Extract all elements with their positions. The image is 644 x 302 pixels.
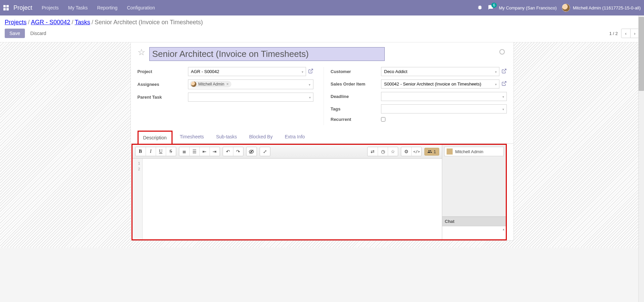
remove-tag-icon[interactable]: × [226, 82, 229, 87]
collaborator-item: Mitchell Admin [444, 147, 504, 156]
description-editor[interactable] [143, 159, 442, 239]
strikethrough-button[interactable]: S [166, 147, 176, 156]
customer-label: Customer [331, 69, 381, 74]
tab-extra-info[interactable]: Extra Info [280, 131, 310, 143]
pager-text: 1 / 2 [609, 31, 618, 36]
sales-order-label: Sales Order Item [331, 81, 381, 87]
italic-button[interactable]: I [146, 147, 156, 156]
task-title-input[interactable] [149, 47, 385, 61]
deadline-label: Deadline [331, 94, 381, 99]
menu-reporting[interactable]: Reporting [97, 5, 118, 10]
save-button[interactable]: Save [5, 29, 25, 38]
kanban-state-icon[interactable] [499, 49, 505, 55]
caret-up-icon: ▴ [503, 227, 504, 231]
bug-icon[interactable] [477, 5, 483, 11]
undo-button[interactable]: ↶ [223, 147, 233, 156]
outdent-button[interactable]: ⇤ [199, 147, 210, 156]
chat-icon[interactable]: 6 [488, 5, 493, 11]
line-gutter: 1 2 [132, 159, 143, 239]
recurrent-checkbox[interactable] [381, 117, 385, 122]
tab-timesheets[interactable]: Timesheets [175, 131, 209, 143]
collaborators-button[interactable]: 1 [424, 148, 439, 156]
project-input[interactable] [188, 67, 306, 76]
chat-header[interactable]: Chat [442, 216, 506, 226]
breadcrumb-projects[interactable]: Projects [5, 19, 27, 26]
scrollbar-thumb[interactable] [639, 17, 644, 91]
chat-body[interactable]: ▴ [442, 226, 506, 239]
star-icon[interactable]: ☆ [388, 147, 398, 156]
pager-prev[interactable]: ‹ [621, 29, 630, 38]
user-name: Mitchell Admin (11617725-15-0-all) [573, 5, 641, 10]
avatar-icon [191, 81, 196, 87]
assignee-name: Mitchell Admin [198, 82, 224, 87]
assignee-tag[interactable]: Mitchell Admin × [190, 81, 231, 88]
tags-input[interactable] [381, 104, 507, 113]
parent-task-input[interactable] [188, 93, 314, 102]
apps-icon[interactable] [3, 5, 9, 10]
menu-my-tasks[interactable]: My Tasks [68, 5, 88, 10]
deadline-input[interactable] [381, 92, 507, 101]
chat-badge: 6 [491, 3, 497, 8]
app-title: Project [13, 4, 32, 11]
external-link-icon[interactable] [501, 68, 507, 75]
breadcrumb-tasks[interactable]: Tasks [75, 19, 90, 26]
tags-label: Tags [331, 106, 381, 111]
assignees-label: Assignees [138, 82, 188, 87]
redo-button[interactable]: ↷ [233, 147, 243, 156]
ordered-list-button[interactable]: ≣ [179, 147, 189, 156]
menu-configuration[interactable]: Configuration [127, 5, 155, 10]
customer-input[interactable] [381, 67, 499, 76]
unordered-list-button[interactable]: ☰ [189, 147, 199, 156]
user-color-icon [447, 148, 453, 155]
underline-button[interactable]: U [156, 147, 166, 156]
menu-projects[interactable]: Projects [42, 5, 59, 10]
bold-button[interactable]: B [136, 147, 146, 156]
favorite-star-icon[interactable]: ☆ [138, 47, 145, 58]
swap-icon[interactable]: ⇄ [368, 147, 378, 156]
indent-button[interactable]: ⇥ [210, 147, 220, 156]
clock-icon[interactable]: ◷ [378, 147, 388, 156]
tab-description[interactable]: Description [138, 131, 173, 144]
project-label: Project [138, 69, 188, 74]
breadcrumb: Projects/ AGR - S00042/ Tasks/ Senior Ar… [5, 19, 203, 26]
tab-subtasks[interactable]: Sub-tasks [211, 131, 241, 143]
parent-task-label: Parent Task [138, 95, 188, 100]
avatar [562, 4, 570, 12]
tab-blocked-by[interactable]: Blocked By [244, 131, 277, 143]
collab-count: 1 [433, 149, 436, 154]
user-menu[interactable]: Mitchell Admin (11617725-15-0-all) [562, 4, 641, 12]
pager-next[interactable]: › [630, 29, 639, 38]
recurrent-label: Recurrent [331, 117, 381, 122]
sales-order-input[interactable] [381, 79, 499, 89]
preview-button[interactable] [247, 147, 257, 156]
chevron-down-icon: ▾ [309, 82, 310, 86]
discard-button[interactable]: Discard [30, 31, 46, 36]
breadcrumb-current: Senior Architect (Invoice on Timesheets) [94, 19, 203, 26]
external-link-icon[interactable] [501, 81, 507, 88]
code-view-button[interactable]: </> [411, 147, 421, 156]
collaborator-name: Mitchell Admin [455, 149, 484, 154]
breadcrumb-agr[interactable]: AGR - S00042 [31, 19, 70, 26]
external-link-icon[interactable] [308, 68, 313, 75]
fullscreen-button[interactable]: ⤢ [260, 147, 270, 156]
vertical-scrollbar[interactable] [638, 15, 644, 247]
company-selector[interactable]: My Company (San Francisco) [499, 5, 557, 10]
gear-icon[interactable]: ⚙ [401, 147, 411, 156]
